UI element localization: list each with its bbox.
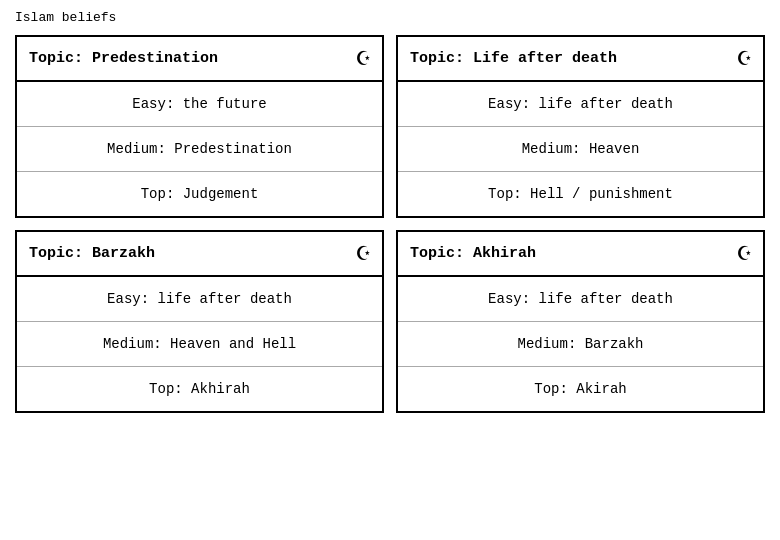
card-life-after-death: Topic: Life after death☪Easy: life after…	[396, 35, 765, 218]
card-title-akhirah: Topic: Akhirah	[410, 245, 536, 262]
card-header-life-after-death: Topic: Life after death☪	[398, 37, 763, 82]
card-header-predestination: Topic: Predestination☪	[17, 37, 382, 82]
crescent-star-icon: ☪	[357, 45, 370, 72]
card-title-life-after-death: Topic: Life after death	[410, 50, 617, 67]
card-header-akhirah: Topic: Akhirah☪	[398, 232, 763, 277]
crescent-star-icon: ☪	[738, 45, 751, 72]
card-header-barzakh: Topic: Barzakh☪	[17, 232, 382, 277]
card-title-barzakh: Topic: Barzakh	[29, 245, 155, 262]
card-row-predestination-0: Easy: the future	[17, 82, 382, 127]
card-row-life-after-death-0: Easy: life after death	[398, 82, 763, 127]
cards-grid: Topic: Predestination☪Easy: the futureMe…	[15, 35, 765, 413]
card-row-life-after-death-1: Medium: Heaven	[398, 127, 763, 172]
card-title-predestination: Topic: Predestination	[29, 50, 218, 67]
card-row-akhirah-1: Medium: Barzakh	[398, 322, 763, 367]
card-row-barzakh-0: Easy: life after death	[17, 277, 382, 322]
card-row-akhirah-0: Easy: life after death	[398, 277, 763, 322]
card-row-life-after-death-2: Top: Hell / punishment	[398, 172, 763, 216]
card-row-akhirah-2: Top: Akirah	[398, 367, 763, 411]
card-row-barzakh-1: Medium: Heaven and Hell	[17, 322, 382, 367]
card-predestination: Topic: Predestination☪Easy: the futureMe…	[15, 35, 384, 218]
crescent-star-icon: ☪	[357, 240, 370, 267]
card-row-barzakh-2: Top: Akhirah	[17, 367, 382, 411]
card-row-predestination-1: Medium: Predestination	[17, 127, 382, 172]
crescent-star-icon: ☪	[738, 240, 751, 267]
page-title: Islam beliefs	[15, 10, 765, 25]
card-akhirah: Topic: Akhirah☪Easy: life after deathMed…	[396, 230, 765, 413]
card-barzakh: Topic: Barzakh☪Easy: life after deathMed…	[15, 230, 384, 413]
card-row-predestination-2: Top: Judgement	[17, 172, 382, 216]
